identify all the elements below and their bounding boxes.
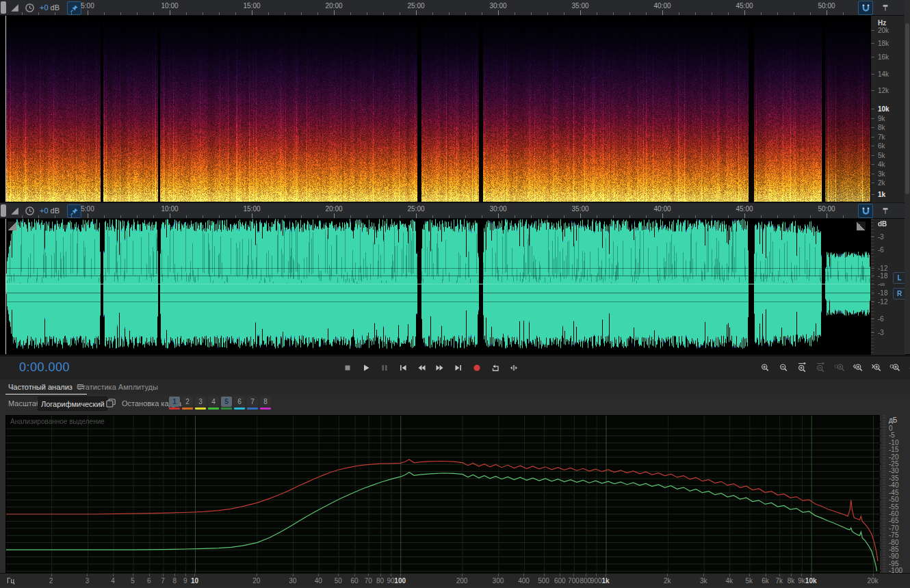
snap-magnet-button[interactable] xyxy=(858,1,873,15)
zoom-in-left-edge-button[interactable] xyxy=(850,360,866,375)
freq-scale-tick xyxy=(871,43,874,44)
snap-magnet-button[interactable] xyxy=(858,204,873,218)
time-tick xyxy=(350,215,351,218)
time-display[interactable]: 0:00.000 xyxy=(19,360,70,375)
db-scale-tick xyxy=(871,302,874,302)
db-axis-label: -65 xyxy=(889,517,898,524)
vertical-scrollbar[interactable] xyxy=(905,0,910,354)
play-button[interactable] xyxy=(359,360,374,375)
zoom-out-full-button[interactable] xyxy=(814,360,829,375)
freq-axis-label: 30 xyxy=(289,577,296,585)
playhead-handle[interactable] xyxy=(1,204,6,217)
time-tick xyxy=(597,12,597,15)
time-tick xyxy=(712,12,712,15)
db-axis-label: 0 xyxy=(889,425,893,432)
hold-frame-button-3[interactable]: 3 xyxy=(195,397,206,410)
hold-frame-button-5[interactable]: 5 xyxy=(221,397,232,410)
time-tick-label: 5:00 xyxy=(81,205,94,213)
freq-axis-label: 3 xyxy=(86,577,90,585)
time-tick xyxy=(432,215,433,218)
hold-frame-number: 1 xyxy=(169,397,180,407)
hold-frame-button-2[interactable]: 2 xyxy=(182,397,193,410)
pin-playhead-button[interactable] xyxy=(67,204,81,218)
corner-widget-left[interactable] xyxy=(8,222,16,230)
skip-selection-button[interactable] xyxy=(506,360,521,375)
time-tick xyxy=(646,12,647,15)
time-tick xyxy=(301,12,302,15)
freq-scale-label: 4k xyxy=(878,161,885,168)
fade-envelope-icon xyxy=(10,3,20,13)
scrollbar-thumb[interactable] xyxy=(905,23,909,194)
db-scale-label: -18 xyxy=(878,289,887,297)
time-tick xyxy=(629,215,630,218)
time-tick xyxy=(744,213,745,218)
freq-axis-label: 500 xyxy=(538,577,549,585)
corner-widget-right[interactable] xyxy=(857,222,866,230)
pause-button[interactable] xyxy=(377,360,392,375)
db-scale-tick xyxy=(871,332,874,333)
db-axis-label: -10 xyxy=(889,439,898,446)
zoom-in-button[interactable] xyxy=(758,360,773,375)
freq-axis-tick xyxy=(133,574,133,576)
zoom-in-right-edge-button[interactable] xyxy=(869,360,884,375)
skip-to-end-button[interactable] xyxy=(451,360,466,375)
time-tick xyxy=(482,12,482,15)
freq-scale-label: 20k xyxy=(878,27,889,34)
time-tick-label: 35:00 xyxy=(571,2,588,10)
spectral-time-ruler[interactable]: +0 dB 5:0010:0015:0020:0025:0030:0035:00… xyxy=(0,0,910,16)
copy-frames-button[interactable] xyxy=(105,397,117,410)
db-axis-label: -95 xyxy=(889,560,898,567)
freq-scale-tick xyxy=(871,146,874,146)
spectrogram-canvas[interactable] xyxy=(5,16,870,202)
hold-frame-number: 8 xyxy=(260,397,271,407)
zoom-to-selection-button[interactable] xyxy=(887,360,902,375)
frequency-plot[interactable]: Анализированное выделение xyxy=(5,415,881,574)
gain-display[interactable]: +0 dB xyxy=(10,2,60,13)
zoom-out-button[interactable] xyxy=(777,360,792,375)
skip-to-start-button[interactable] xyxy=(395,360,411,375)
time-tick-label: 45:00 xyxy=(736,205,753,213)
hold-frame-button-8[interactable]: 8 xyxy=(260,397,271,410)
db-axis-label: -50 xyxy=(889,496,898,503)
playhead-handle[interactable] xyxy=(1,1,6,14)
stop-button[interactable] xyxy=(340,360,355,375)
tab-amplitude-statistics[interactable]: Статистика Амплитуды xyxy=(74,379,161,394)
freq-axis-tick xyxy=(400,574,401,576)
time-tick xyxy=(564,215,564,218)
waveform-canvas[interactable] xyxy=(5,219,870,354)
time-tick xyxy=(498,10,499,15)
hold-frame-number: 2 xyxy=(182,397,193,407)
time-tick xyxy=(613,215,614,218)
gain-display[interactable]: +0 dB xyxy=(10,205,60,216)
hold-frame-button-1[interactable]: 1 xyxy=(169,397,180,410)
freq-axis-label: 20 xyxy=(252,577,260,585)
hold-frame-button-7[interactable]: 7 xyxy=(247,397,258,410)
freq-axis-label: 10 xyxy=(191,577,198,585)
loop-playback-button[interactable] xyxy=(488,360,503,375)
scale-select[interactable]: Логарифмический xyxy=(38,397,107,411)
db-scale-tick xyxy=(871,319,874,319)
pin-playhead-button[interactable] xyxy=(67,1,81,15)
wave-time-ruler[interactable]: +0 dB 5:0010:0015:0020:0025:0030:0035:00… xyxy=(0,203,910,219)
rewind-button[interactable] xyxy=(414,360,429,375)
time-tick xyxy=(71,12,72,15)
zoom-in-full-button[interactable] xyxy=(795,360,810,375)
time-tick xyxy=(367,12,367,15)
record-button[interactable] xyxy=(469,360,484,375)
freq-axis-label: 7 xyxy=(161,577,165,585)
freq-axis-tick xyxy=(338,574,339,576)
time-tick xyxy=(252,10,252,15)
plot-overlay-label: Анализированное выделение xyxy=(10,418,105,425)
fast-forward-button[interactable] xyxy=(432,360,447,375)
frequency-axis: Гц 2345678910203040506070809010020030040… xyxy=(0,573,910,587)
hold-frame-button-4[interactable]: 4 xyxy=(208,397,219,410)
hold-frame-button-6[interactable]: 6 xyxy=(234,397,245,410)
time-tick xyxy=(400,12,400,15)
marker-pin-button[interactable] xyxy=(879,1,892,14)
marker-pin-button[interactable] xyxy=(879,204,892,217)
time-tick xyxy=(88,213,88,218)
hold-frame-color-bar xyxy=(169,407,180,410)
zoom-selection-dim-button[interactable] xyxy=(832,360,847,375)
time-tick xyxy=(794,12,794,15)
zoom-reset-button[interactable] xyxy=(906,360,910,375)
